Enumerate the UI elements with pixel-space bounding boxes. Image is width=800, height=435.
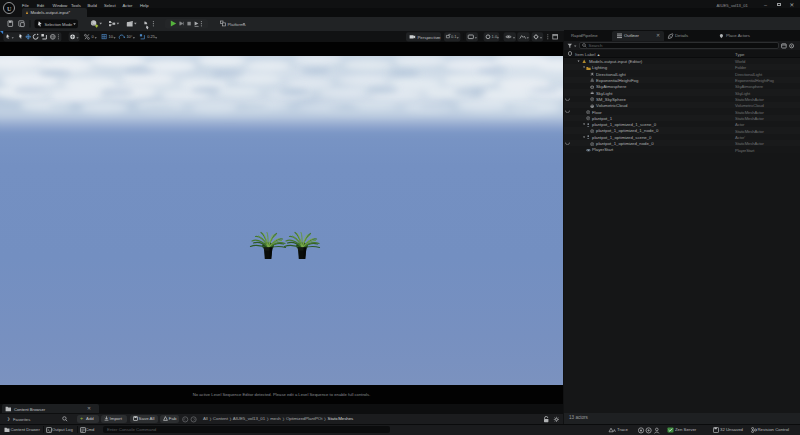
svg-text:Platforms: Platforms bbox=[228, 22, 246, 27]
svg-text:Selection Mode: Selection Mode bbox=[45, 22, 73, 27]
svg-text:10°: 10° bbox=[126, 34, 132, 39]
svg-text:0.1: 0.1 bbox=[451, 34, 457, 39]
svg-text:Perspective: Perspective bbox=[417, 34, 440, 39]
svg-text:0.25: 0.25 bbox=[147, 34, 156, 39]
svg-text:1.0: 1.0 bbox=[492, 34, 498, 39]
svg-text:0: 0 bbox=[91, 34, 94, 39]
svg-text:10: 10 bbox=[109, 34, 114, 39]
